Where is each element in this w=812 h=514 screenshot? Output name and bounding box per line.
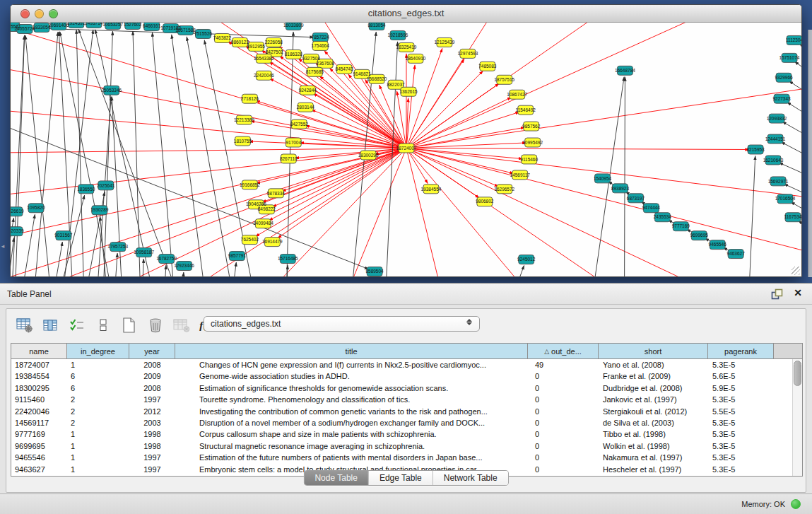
graph-edge[interactable] (32, 32, 58, 276)
graph-edge[interactable] (180, 272, 184, 276)
table-row[interactable]: 1872400712008Changes of HCN gene express… (11, 359, 802, 370)
table-cell-title[interactable]: Genome-wide association studies in ADHD. (175, 370, 528, 382)
graph-edge[interactable] (787, 102, 801, 128)
graph-edge[interactable] (406, 148, 801, 199)
graph-edge[interactable] (229, 262, 236, 276)
table-cell-name[interactable]: 9463627 (11, 464, 67, 475)
graph-edge[interactable] (789, 81, 801, 107)
graph-edge[interactable] (781, 142, 801, 168)
table-cell-in-degree[interactable]: 1 (67, 440, 129, 452)
table-cell-name[interactable]: 19384554 (11, 370, 67, 382)
table-cell-out-de-[interactable]: 0 (528, 382, 599, 394)
show-columns-icon[interactable] (41, 316, 60, 334)
window-resize-grip[interactable] (792, 267, 800, 275)
table-cell-out-de-[interactable]: 0 (528, 428, 599, 440)
close-icon[interactable]: ✕ (794, 287, 802, 298)
table-cell-short[interactable]: Yano et al. (2008) (599, 359, 708, 370)
graph-edge[interactable] (406, 148, 801, 256)
table-cell-pagerank[interactable]: 5.6E-5 (708, 370, 774, 382)
graph-edge[interactable] (95, 30, 159, 276)
table-cell-title[interactable]: Estimation of significance thresholds fo… (175, 382, 528, 394)
graph-edge[interactable] (76, 30, 85, 276)
graph-edge[interactable] (794, 62, 801, 86)
scrollbar-thumb[interactable] (794, 361, 801, 386)
table-cell-pagerank[interactable]: 5.3E-5 (708, 464, 774, 475)
delete-column-icon[interactable] (146, 316, 165, 334)
table-cell-in-degree[interactable]: 2 (67, 406, 129, 417)
table-cell-title[interactable]: Corpus callosum shape and size in male p… (175, 428, 528, 440)
network-canvas[interactable]: 2325561183305424055724206914061924591249… (11, 23, 801, 276)
rows-icon[interactable] (93, 316, 112, 334)
table-cell-pagerank[interactable]: 5.5E-5 (708, 406, 774, 417)
graph-edge[interactable] (406, 86, 801, 148)
graph-edge[interactable] (141, 259, 144, 276)
create-column-icon[interactable] (119, 316, 139, 334)
table-cell-pagerank[interactable]: 5.3E-5 (708, 417, 774, 428)
table-cell-name[interactable]: 22420046 (11, 406, 67, 417)
table-cell-in-degree[interactable]: 6 (67, 370, 129, 382)
table-cell-title[interactable]: Disruption of a novel member of a sodium… (175, 417, 528, 428)
table-cell-in-degree[interactable]: 2 (67, 417, 129, 428)
table-cell-name[interactable]: 9465546 (11, 452, 67, 463)
column-header-name[interactable]: name (11, 344, 67, 358)
graph-edge[interactable] (335, 148, 406, 276)
table-cell-in-degree[interactable]: 1 (67, 452, 129, 463)
table-cell-pagerank[interactable]: 5.3E-5 (708, 394, 774, 405)
table-cell-name[interactable]: 9699695 (11, 440, 67, 452)
table-cell-title[interactable]: Tourette syndrome. Phenomenology and cla… (175, 394, 528, 405)
graph-edge[interactable] (11, 35, 25, 276)
graph-edge[interactable] (78, 29, 187, 276)
graph-edge[interactable] (172, 35, 208, 276)
graph-edge[interactable] (799, 44, 801, 65)
table-cell-year[interactable]: 2008 (129, 359, 175, 370)
tab-edge-table[interactable]: Edge Table (369, 471, 433, 485)
table-cell-year[interactable]: 1997 (129, 464, 175, 475)
table-cell-year[interactable]: 2012 (129, 406, 175, 417)
table-row[interactable]: 969969511998Structural magnetic resonanc… (11, 440, 802, 452)
table-cell-pagerank[interactable]: 5.3E-5 (708, 359, 774, 370)
table-cell-title[interactable]: Estimation of the future numbers of pati… (175, 452, 528, 463)
graph-edge[interactable] (505, 265, 524, 276)
table-cell-year[interactable]: 2003 (129, 417, 175, 428)
table-cell-in-degree[interactable]: 2 (67, 394, 129, 405)
table-cell-title[interactable]: Changes of HCN gene expression and I(f) … (175, 359, 528, 370)
table-row[interactable]: 946554611997Estimation of the future num… (11, 452, 802, 463)
table-cell-short[interactable]: Nakamura et al. (1997) (599, 452, 708, 463)
column-header-out-de-[interactable]: △out_de... (528, 344, 599, 358)
graph-edge[interactable] (748, 156, 755, 276)
graph-edge[interactable] (624, 77, 625, 276)
table-cell-title[interactable]: Investigating the contribution of common… (175, 406, 528, 417)
table-cell-title[interactable]: Structural magnetic resonance image aver… (175, 440, 528, 452)
table-cell-year[interactable]: 2009 (129, 370, 175, 382)
table-cell-name[interactable]: 14569117 (11, 417, 67, 428)
table-cell-short[interactable]: Dudbridge et al. (2008) (599, 382, 708, 394)
column-header-pagerank[interactable]: pagerank (708, 344, 774, 358)
network-window-titlebar[interactable]: citations_edges.txt (11, 5, 801, 23)
table-cell-year[interactable]: 1998 (129, 428, 175, 440)
table-cell-year[interactable]: 2008 (129, 382, 175, 394)
graph-edge[interactable] (269, 62, 406, 148)
graph-edge[interactable] (18, 214, 35, 276)
float-window-icon[interactable] (771, 288, 784, 300)
select-all-icon[interactable] (67, 316, 86, 334)
column-header-in-degree[interactable]: in_degree (67, 344, 129, 358)
table-cell-short[interactable]: Hescheler et al. (1997) (599, 464, 708, 475)
graph-edge[interactable] (163, 265, 166, 276)
graph-edge[interactable] (49, 242, 62, 276)
graph-edge[interactable] (278, 148, 406, 238)
tab-network-table[interactable]: Network Table (433, 471, 508, 485)
table-row[interactable]: 2242004622012Investigating the contribut… (11, 406, 802, 417)
graph-edge[interactable] (406, 148, 737, 276)
table-cell-out-de-[interactable]: 0 (528, 464, 599, 475)
graph-edge[interactable] (406, 148, 514, 174)
table-cell-short[interactable]: de Silva et al. (2003) (599, 417, 708, 428)
table-cell-year[interactable]: 1997 (129, 452, 175, 463)
table-cell-name[interactable]: 18300295 (11, 382, 67, 394)
table-cell-pagerank[interactable]: 5.3E-5 (708, 428, 774, 440)
table-cell-name[interactable]: 9777169 (11, 428, 67, 440)
graph-edge[interactable] (187, 37, 236, 276)
table-cell-name[interactable]: 9115460 (11, 394, 67, 405)
graph-edge[interactable] (406, 23, 505, 148)
table-cell-in-degree[interactable]: 6 (67, 382, 129, 394)
column-header-short[interactable]: short (599, 344, 708, 358)
